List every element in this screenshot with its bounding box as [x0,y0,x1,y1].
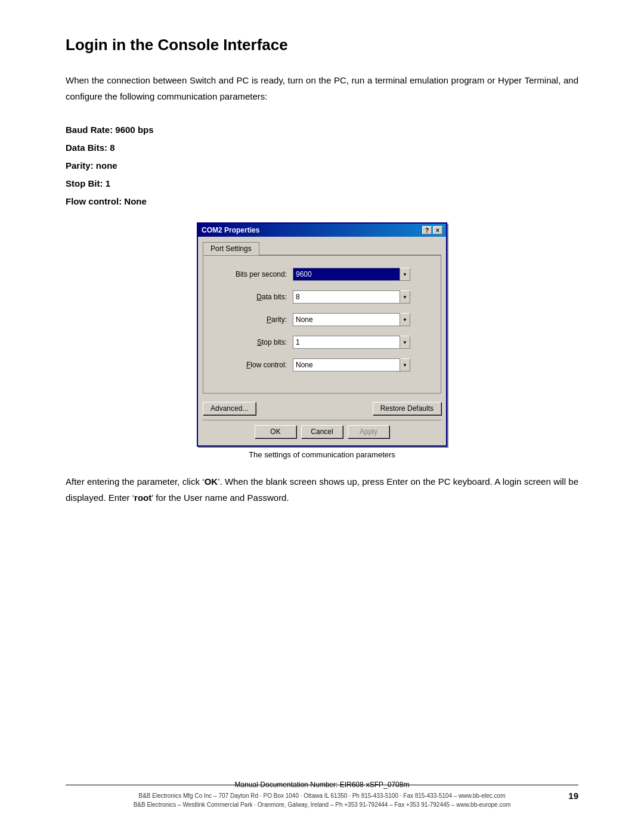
param-flow-control: Flow control: None [66,193,578,210]
parity-select-container: None ▼ [293,313,423,326]
flowcontrol-dropdown-arrow[interactable]: ▼ [400,358,410,371]
advanced-button[interactable]: Advanced... [203,402,256,415]
win-panel: Bits per second: 9600 ▼ Data bits: [203,255,441,394]
bottom-buttons-row: Advanced... Restore Defaults [203,400,441,417]
param-baud-rate: Baud Rate: 9600 bps [66,121,578,139]
ok-bold: OK [205,476,218,487]
flowcontrol-label: Flow control: [221,361,287,369]
field-row-stopbits: Stop bits: 1 ▼ [221,336,423,349]
footer: Manual Documentation Number: EIR608-xSFP… [66,781,578,809]
close-button[interactable]: × [433,226,442,234]
dialog-container: COM2 Properties ? × Port Settings Bits p… [66,222,578,459]
port-settings-tab[interactable]: Port Settings [203,242,259,255]
footer-line2: B&B Electronics – Westlink Commercial Pa… [66,800,578,809]
parity-label: Parity: [221,315,287,324]
win-body: Port Settings Bits per second: 9600 ▼ [198,237,446,445]
field-row-parity: Parity: None ▼ [221,313,423,326]
titlebar-buttons: ? × [422,226,442,234]
dialog-caption: The settings of communication parameters [249,450,395,459]
flowcontrol-select-container: None ▼ [293,358,423,371]
field-row-flowcontrol: Flow control: None ▼ [221,358,423,371]
databits-dropdown-arrow[interactable]: ▼ [400,290,410,304]
stopbits-dropdown-arrow[interactable]: ▼ [400,336,410,349]
bps-label: Bits per second: [221,270,287,278]
stopbits-select[interactable]: 1 [293,336,400,349]
post-text: After entering the parameter, click ‘OK’… [66,473,578,506]
bps-select-container: 9600 ▼ [293,268,423,281]
page-number: 19 [568,791,578,801]
dialog-title: COM2 Properties [202,226,259,234]
stopbits-select-container: 1 ▼ [293,336,423,349]
field-row-databits: Data bits: 8 ▼ [221,290,423,304]
help-button[interactable]: ? [422,226,432,234]
action-buttons-row: OK Cancel Apply [203,420,441,441]
parity-select[interactable]: None [293,313,400,326]
ok-button[interactable]: OK [255,425,296,438]
win-dialog: COM2 Properties ? × Port Settings Bits p… [197,222,447,447]
field-row-bps: Bits per second: 9600 ▼ [221,268,423,281]
param-data-bits: Data Bits: 8 [66,139,578,157]
databits-select[interactable]: 8 [293,290,400,304]
databits-select-container: 8 ▼ [293,290,423,304]
root-bold: root [134,493,151,503]
footer-line1: B&B Electronics Mfg Co Inc – 707 Dayton … [66,791,578,800]
databits-label: Data bits: [221,293,287,301]
win-titlebar: COM2 Properties ? × [198,224,446,237]
param-parity: Parity: none [66,157,578,175]
intro-text: When the connection between Switch and P… [66,72,578,104]
param-stop-bit: Stop Bit: 1 [66,175,578,193]
page: Login in the Console Interface When the … [0,0,644,833]
apply-button[interactable]: Apply [348,425,389,438]
flowcontrol-select[interactable]: None [293,358,400,371]
params-list: Baud Rate: 9600 bps Data Bits: 8 Parity:… [66,121,578,210]
restore-defaults-button[interactable]: Restore Defaults [373,402,441,415]
bps-select[interactable]: 9600 [293,268,400,281]
stopbits-label: Stop bits: [221,338,287,346]
page-title: Login in the Console Interface [66,36,578,54]
parity-dropdown-arrow[interactable]: ▼ [400,313,410,326]
tab-bar: Port Settings [203,241,441,255]
footer-doc-number: Manual Documentation Number: EIR608-xSFP… [66,781,578,789]
bps-dropdown-arrow[interactable]: ▼ [400,268,410,281]
cancel-button[interactable]: Cancel [301,425,343,438]
